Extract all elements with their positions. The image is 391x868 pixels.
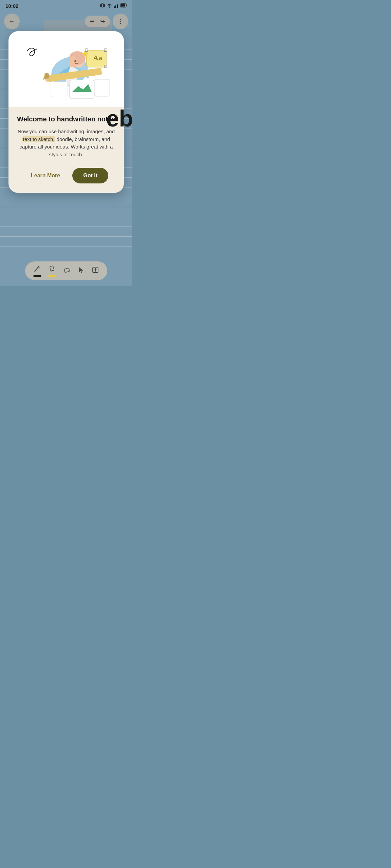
svg-rect-35 [114, 6, 115, 8]
redo-button[interactable]: ↪ [100, 18, 105, 25]
eraser-tool[interactable] [63, 266, 71, 275]
select-icon [77, 266, 85, 275]
right-edge-text: eb [106, 105, 132, 132]
select-tool[interactable] [77, 266, 85, 275]
redo-icon: ↪ [100, 18, 105, 25]
svg-line-21 [38, 267, 40, 268]
eraser-icon [63, 266, 71, 275]
wifi-icon [107, 3, 112, 9]
svg-rect-9 [44, 73, 49, 79]
highlighter-tool[interactable] [48, 265, 56, 277]
vibrate-icon [100, 3, 105, 9]
svg-rect-24 [64, 268, 70, 272]
svg-rect-28 [101, 4, 104, 7]
highlighter-icon [49, 265, 56, 274]
svg-rect-39 [121, 4, 125, 7]
back-button[interactable]: ← [4, 14, 20, 29]
pen-color-indicator [33, 275, 41, 277]
svg-rect-17 [51, 82, 67, 97]
illustration-svg: Aa [17, 39, 115, 100]
svg-rect-36 [115, 5, 116, 8]
learn-more-button[interactable]: Learn More [24, 169, 67, 183]
svg-rect-37 [117, 4, 118, 8]
top-toolbar: ← ↩ ↪ ⋮ [0, 11, 132, 32]
more-icon: ⋮ [118, 18, 123, 25]
highlight-text: text to sketch, [22, 136, 55, 142]
svg-point-6 [74, 60, 76, 62]
status-bar: 10:02 [0, 0, 132, 11]
insert-icon [92, 266, 99, 275]
more-options-button[interactable]: ⋮ [113, 14, 128, 29]
pen-icon [34, 265, 41, 274]
dialog-title: Welcome to handwritten notes [17, 115, 116, 123]
highlighter-color-indicator [48, 275, 56, 277]
status-time: 10:02 [5, 3, 18, 9]
pen-tool[interactable] [33, 265, 41, 277]
dialog-description: Now you can use handwriting, images, and… [17, 128, 116, 158]
back-icon: ← [9, 18, 15, 24]
undo-redo-group: ↩ ↪ [85, 16, 110, 27]
insert-tool[interactable] [92, 266, 99, 275]
status-icons [100, 3, 127, 9]
got-it-button[interactable]: Got it [72, 168, 108, 183]
dialog-actions: Learn More Got it [17, 168, 116, 183]
battery-icon [120, 3, 127, 8]
svg-point-5 [69, 56, 77, 68]
dialog-illustration: Aa [8, 31, 124, 107]
svg-text:Aa: Aa [93, 54, 102, 62]
svg-rect-18 [94, 79, 109, 96]
signal-icon [113, 3, 119, 9]
undo-button[interactable]: ↩ [90, 18, 95, 25]
bottom-toolbar [25, 261, 107, 280]
undo-icon: ↩ [90, 18, 95, 25]
